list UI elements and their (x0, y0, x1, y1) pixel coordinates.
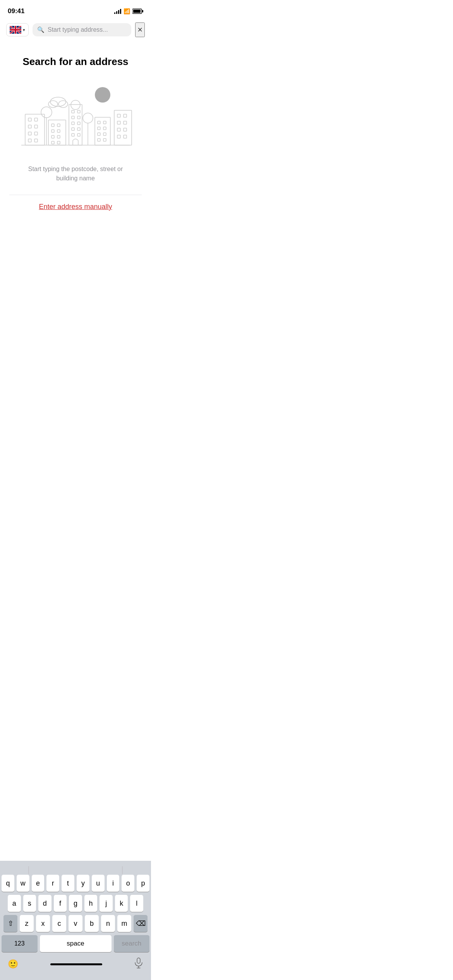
page-heading: Search for an address (22, 56, 128, 68)
svg-rect-40 (98, 121, 100, 124)
country-selector[interactable]: ▾ (6, 23, 29, 36)
svg-rect-42 (98, 127, 100, 130)
search-input-wrapper[interactable]: 🔍 (33, 23, 131, 36)
svg-rect-30 (77, 116, 80, 119)
svg-rect-46 (98, 139, 100, 141)
svg-rect-34 (77, 128, 80, 130)
status-bar: 09:41 📶 (0, 0, 151, 19)
svg-rect-45 (103, 133, 106, 135)
svg-rect-43 (103, 127, 106, 130)
svg-rect-1 (133, 10, 141, 13)
uk-flag-icon (10, 26, 21, 34)
svg-rect-54 (124, 128, 127, 131)
search-subtitle: Start typing the postcode, street or bui… (25, 164, 126, 183)
svg-rect-52 (124, 121, 127, 124)
main-content: Search for an address (0, 40, 151, 230)
svg-rect-35 (72, 134, 74, 136)
svg-rect-18 (57, 130, 60, 132)
svg-rect-15 (51, 124, 54, 127)
svg-rect-51 (117, 121, 120, 124)
svg-rect-53 (117, 128, 120, 131)
svg-rect-16 (57, 124, 60, 127)
svg-rect-10 (28, 132, 31, 135)
battery-icon (132, 9, 143, 14)
svg-rect-22 (57, 141, 60, 144)
svg-point-26 (71, 100, 80, 110)
signal-icon (114, 9, 121, 14)
svg-rect-8 (28, 125, 31, 128)
svg-rect-56 (124, 135, 127, 138)
svg-rect-9 (34, 125, 38, 128)
svg-rect-50 (124, 114, 127, 117)
search-icon: 🔍 (37, 26, 45, 33)
svg-rect-47 (103, 139, 106, 141)
svg-rect-28 (77, 110, 80, 113)
svg-rect-49 (117, 114, 120, 117)
svg-rect-33 (72, 128, 74, 130)
svg-rect-12 (28, 139, 31, 142)
svg-point-58 (48, 101, 58, 108)
svg-rect-17 (51, 130, 54, 132)
enter-address-manually-link[interactable]: Enter address manually (39, 203, 112, 211)
svg-rect-41 (103, 121, 106, 124)
city-illustration (17, 83, 134, 153)
svg-point-59 (58, 101, 68, 108)
svg-point-57 (50, 97, 66, 106)
close-button[interactable]: × (135, 22, 145, 37)
svg-rect-2 (142, 10, 143, 12)
svg-rect-39 (95, 117, 110, 145)
svg-rect-21 (51, 141, 54, 144)
status-time: 09:41 (8, 7, 24, 15)
search-row: ▾ 🔍 × (0, 19, 151, 40)
section-divider (9, 195, 142, 195)
svg-rect-6 (28, 118, 31, 121)
svg-rect-48 (114, 110, 132, 145)
chevron-down-icon: ▾ (23, 27, 25, 33)
svg-rect-55 (117, 135, 120, 138)
svg-rect-19 (51, 135, 54, 138)
svg-rect-13 (34, 139, 38, 142)
svg-rect-27 (72, 110, 74, 113)
svg-rect-29 (72, 116, 74, 119)
wifi-icon: 📶 (124, 8, 130, 14)
status-icons: 📶 (114, 8, 143, 14)
svg-rect-7 (34, 118, 38, 121)
svg-rect-36 (77, 134, 80, 136)
svg-rect-20 (57, 135, 60, 138)
svg-rect-32 (77, 122, 80, 125)
svg-rect-44 (98, 133, 100, 135)
svg-point-60 (95, 87, 110, 103)
svg-point-23 (41, 107, 52, 118)
svg-rect-31 (72, 122, 74, 125)
svg-point-37 (83, 113, 93, 123)
svg-rect-11 (34, 132, 38, 135)
address-search-input[interactable] (48, 26, 127, 33)
